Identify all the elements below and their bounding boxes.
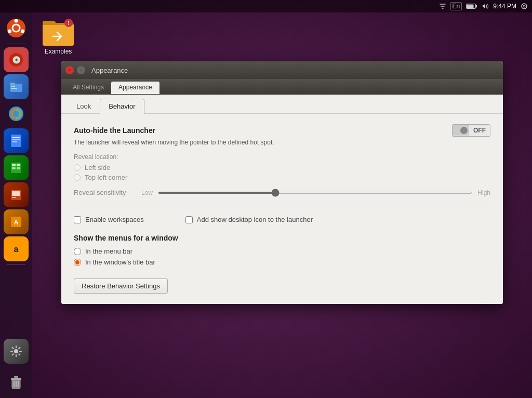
clock: 9:44 PM xyxy=(493,3,516,10)
sub-tab-look[interactable]: Look xyxy=(68,99,100,114)
reveal-sensitivity-row: Reveal sensitivity Low High xyxy=(74,189,490,196)
svg-rect-36 xyxy=(11,378,21,380)
system-menu-icon[interactable] xyxy=(521,3,528,10)
reveal-location-group: Left side Top left corner xyxy=(74,164,490,181)
radio-title-bar[interactable]: In the window's title bar xyxy=(74,258,490,266)
volume-icon[interactable] xyxy=(482,3,489,10)
svg-point-17 xyxy=(13,111,19,117)
reveal-location-label: Reveal location: xyxy=(74,153,490,161)
enable-workspaces-checkbox[interactable]: Enable workspaces xyxy=(74,216,144,223)
divider-1 xyxy=(74,207,490,207)
nav-tabs-bar: All Settings Appearance xyxy=(61,79,503,95)
files-icon[interactable] xyxy=(4,74,29,99)
radio-title-bar-input[interactable] xyxy=(74,259,81,266)
examples-folder-icon[interactable]: ! Examples xyxy=(42,18,75,55)
svg-rect-15 xyxy=(11,88,17,89)
svg-rect-23 xyxy=(12,164,16,166)
svg-rect-18 xyxy=(11,135,21,147)
en-label[interactable]: En xyxy=(450,2,462,10)
show-desktop-checkbox[interactable]: Add show desktop icon to the launcher xyxy=(185,216,313,223)
show-desktop-label: Add show desktop icon to the launcher xyxy=(197,216,313,223)
radio-menu-bar[interactable]: In the menu bar xyxy=(74,247,490,255)
autohide-section-header: Auto-hide the Launcher OFF xyxy=(74,124,490,137)
slider-min-label: Low xyxy=(141,189,153,196)
svg-rect-25 xyxy=(12,167,16,169)
launcher-separator xyxy=(7,44,25,44)
sub-tab-behavior[interactable]: Behavior xyxy=(100,99,144,114)
radio-top-left[interactable]: Top left corner xyxy=(74,174,490,181)
svg-rect-29 xyxy=(12,197,16,198)
svg-point-9 xyxy=(21,30,24,33)
menus-radio-group: In the menu bar In the window's title ba… xyxy=(74,247,490,266)
autohide-title: Auto-hide the Launcher xyxy=(74,126,155,135)
slider-max-label: High xyxy=(477,189,490,196)
svg-text:!: ! xyxy=(68,20,69,26)
toggle-label: OFF xyxy=(469,125,490,136)
radio-top-left-label: Top left corner xyxy=(85,174,127,181)
svg-rect-20 xyxy=(12,139,20,140)
svg-text:A: A xyxy=(14,219,19,226)
behavior-panel: Auto-hide the Launcher OFF The launcher … xyxy=(61,114,503,304)
window-title: Appearance xyxy=(91,67,128,74)
firefox-icon[interactable] xyxy=(4,101,29,126)
svg-rect-13 xyxy=(10,83,15,85)
reveal-sensitivity-label: Reveal sensitivity xyxy=(74,189,136,196)
impress-icon[interactable] xyxy=(4,182,29,207)
enable-workspaces-input[interactable] xyxy=(74,216,81,223)
installer-icon[interactable]: 💿 xyxy=(4,47,29,72)
calc-icon[interactable] xyxy=(4,155,29,180)
show-desktop-input[interactable] xyxy=(185,216,193,223)
examples-folder-label: Examples xyxy=(45,48,72,55)
trash-icon[interactable] xyxy=(4,370,29,395)
minimize-button[interactable]: − xyxy=(77,66,85,74)
radio-menu-bar-input[interactable] xyxy=(74,248,81,255)
appearance-window: × − Appearance All Settings Appearance L… xyxy=(61,61,503,304)
svg-rect-14 xyxy=(11,86,15,87)
top-bar: En 9:44 PM xyxy=(0,0,532,12)
texteditor-icon[interactable]: A xyxy=(4,209,29,234)
menus-section-title: Show the menus for a window xyxy=(74,234,490,242)
radio-left-side-label: Left side xyxy=(85,164,110,171)
sub-tabs: Look Behavior xyxy=(61,95,503,114)
svg-rect-1 xyxy=(467,5,474,8)
battery-icon[interactable] xyxy=(466,3,477,9)
svg-rect-2 xyxy=(476,5,477,8)
enable-workspaces-label: Enable workspaces xyxy=(85,216,144,223)
radio-left-side-input[interactable] xyxy=(74,164,81,171)
sort-icon[interactable] xyxy=(439,3,446,10)
svg-point-34 xyxy=(14,349,18,353)
radio-top-left-input[interactable] xyxy=(74,174,81,181)
restore-behavior-button[interactable]: Restore Behavior Settings xyxy=(74,278,168,294)
writer-icon[interactable] xyxy=(4,128,29,153)
tab-all-settings[interactable]: All Settings xyxy=(65,82,111,94)
system-settings-icon[interactable] xyxy=(4,339,29,364)
svg-text:💿: 💿 xyxy=(12,56,21,64)
close-button[interactable]: × xyxy=(65,66,74,74)
toggle-track xyxy=(453,125,469,136)
autohide-toggle[interactable]: OFF xyxy=(452,124,490,137)
svg-point-8 xyxy=(8,30,11,33)
launcher-separator-2 xyxy=(7,264,25,265)
svg-rect-19 xyxy=(12,137,20,138)
window-titlebar: × − Appearance xyxy=(61,61,503,79)
svg-point-4 xyxy=(523,5,525,7)
radio-title-bar-label: In the window's title bar xyxy=(85,258,155,266)
autohide-desc: The launcher will reveal when moving the… xyxy=(74,139,490,146)
svg-rect-28 xyxy=(12,191,20,196)
svg-point-3 xyxy=(522,4,527,9)
svg-text:a: a xyxy=(14,245,19,254)
amazon-icon[interactable]: a xyxy=(4,236,29,261)
radio-left-side[interactable]: Left side xyxy=(74,164,490,171)
reveal-sensitivity-slider[interactable] xyxy=(158,192,472,194)
window-content: Look Behavior Auto-hide the Launcher OFF… xyxy=(61,95,503,304)
radio-menu-bar-label: In the menu bar xyxy=(85,247,132,255)
svg-rect-37 xyxy=(14,376,18,378)
svg-point-7 xyxy=(15,19,18,23)
svg-rect-21 xyxy=(12,141,17,142)
ubuntu-home-icon[interactable] xyxy=(4,16,29,41)
launcher-sidebar: 💿 xyxy=(0,12,32,398)
tab-appearance[interactable]: Appearance xyxy=(111,82,159,94)
svg-rect-24 xyxy=(17,164,20,166)
checkboxes-row: Enable workspaces Add show desktop icon … xyxy=(74,216,490,223)
svg-rect-26 xyxy=(17,167,20,169)
